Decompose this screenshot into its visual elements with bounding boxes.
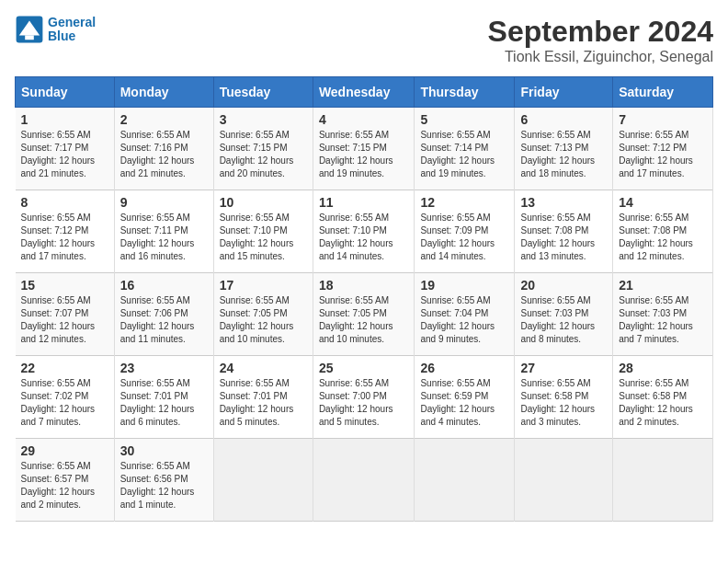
day-number: 16: [120, 278, 208, 293]
day-number: 23: [120, 361, 208, 375]
day-cell-3: 3Sunrise: 6:55 AMSunset: 7:15 PMDaylight…: [213, 108, 313, 190]
day-info: Sunrise: 6:55 AMSunset: 7:01 PMDaylight:…: [220, 377, 307, 429]
day-cell-30: 30Sunrise: 6:55 AMSunset: 6:56 PMDayligh…: [114, 439, 213, 522]
day-info: Sunrise: 6:55 AMSunset: 7:03 PMDaylight:…: [619, 294, 707, 346]
day-cell-6: 6Sunrise: 6:55 AMSunset: 7:13 PMDaylight…: [515, 108, 613, 190]
day-number: 6: [520, 112, 607, 127]
title-section: September 2024 Tionk Essil, Ziguinchor, …: [488, 15, 713, 65]
day-header-saturday: Saturday: [613, 77, 713, 108]
day-cell-22: 22Sunrise: 6:55 AMSunset: 7:02 PMDayligh…: [16, 356, 115, 439]
day-number: 20: [520, 278, 607, 293]
day-cell-17: 17Sunrise: 6:55 AMSunset: 7:05 PMDayligh…: [213, 273, 313, 356]
day-cell-20: 20Sunrise: 6:55 AMSunset: 7:03 PMDayligh…: [515, 273, 613, 356]
day-cell-9: 9Sunrise: 6:55 AMSunset: 7:11 PMDaylight…: [114, 190, 213, 273]
day-number: 3: [220, 112, 307, 127]
day-cell-23: 23Sunrise: 6:55 AMSunset: 7:01 PMDayligh…: [114, 356, 213, 439]
day-cell-10: 10Sunrise: 6:55 AMSunset: 7:10 PMDayligh…: [213, 190, 313, 273]
logo-icon: [15, 15, 44, 44]
day-info: Sunrise: 6:55 AMSunset: 7:16 PMDaylight:…: [120, 129, 208, 180]
empty-cell: [515, 439, 613, 522]
day-cell-26: 26Sunrise: 6:55 AMSunset: 6:59 PMDayligh…: [415, 356, 515, 439]
day-info: Sunrise: 6:55 AMSunset: 7:07 PMDaylight:…: [21, 294, 108, 346]
day-header-thursday: Thursday: [415, 77, 515, 108]
day-number: 4: [319, 112, 409, 127]
calendar-week-2: 8Sunrise: 6:55 AMSunset: 7:12 PMDaylight…: [16, 190, 713, 273]
day-cell-5: 5Sunrise: 6:55 AMSunset: 7:14 PMDaylight…: [415, 108, 515, 190]
day-info: Sunrise: 6:55 AMSunset: 7:08 PMDaylight:…: [619, 212, 707, 263]
day-info: Sunrise: 6:55 AMSunset: 6:57 PMDaylight:…: [21, 460, 108, 511]
day-number: 10: [220, 195, 307, 210]
day-info: Sunrise: 6:55 AMSunset: 7:05 PMDaylight:…: [220, 294, 307, 346]
day-number: 25: [319, 361, 409, 375]
day-number: 30: [120, 443, 208, 458]
svg-rect-2: [25, 35, 34, 40]
day-header-tuesday: Tuesday: [213, 77, 313, 108]
day-header-monday: Monday: [114, 77, 213, 108]
day-cell-13: 13Sunrise: 6:55 AMSunset: 7:08 PMDayligh…: [515, 190, 613, 273]
empty-cell: [613, 439, 713, 522]
day-number: 14: [619, 195, 707, 210]
day-number: 28: [619, 361, 707, 375]
day-number: 1: [21, 112, 108, 127]
day-info: Sunrise: 6:55 AMSunset: 7:12 PMDaylight:…: [21, 212, 108, 263]
day-number: 11: [319, 195, 409, 210]
day-cell-1: 1Sunrise: 6:55 AMSunset: 7:17 PMDaylight…: [16, 108, 115, 190]
day-info: Sunrise: 6:55 AMSunset: 6:58 PMDaylight:…: [619, 377, 707, 429]
day-header-friday: Friday: [515, 77, 613, 108]
calendar-week-1: 1Sunrise: 6:55 AMSunset: 7:17 PMDaylight…: [16, 108, 713, 190]
subtitle: Tionk Essil, Ziguinchor, Senegal: [488, 49, 713, 65]
calendar-week-4: 22Sunrise: 6:55 AMSunset: 7:02 PMDayligh…: [16, 356, 713, 439]
day-info: Sunrise: 6:55 AMSunset: 7:13 PMDaylight:…: [520, 129, 607, 180]
day-info: Sunrise: 6:55 AMSunset: 7:02 PMDaylight:…: [21, 377, 108, 429]
day-number: 17: [220, 278, 307, 293]
day-cell-28: 28Sunrise: 6:55 AMSunset: 6:58 PMDayligh…: [613, 356, 713, 439]
day-info: Sunrise: 6:55 AMSunset: 7:11 PMDaylight:…: [120, 212, 208, 263]
day-info: Sunrise: 6:55 AMSunset: 7:14 PMDaylight:…: [420, 129, 508, 180]
day-number: 5: [420, 112, 508, 127]
day-info: Sunrise: 6:55 AMSunset: 7:06 PMDaylight:…: [120, 294, 208, 346]
day-cell-14: 14Sunrise: 6:55 AMSunset: 7:08 PMDayligh…: [613, 190, 713, 273]
day-info: Sunrise: 6:55 AMSunset: 7:15 PMDaylight:…: [220, 129, 307, 180]
day-number: 24: [220, 361, 307, 375]
day-cell-4: 4Sunrise: 6:55 AMSunset: 7:15 PMDaylight…: [313, 108, 415, 190]
day-number: 22: [21, 361, 108, 375]
calendar-table: SundayMondayTuesdayWednesdayThursdayFrid…: [15, 76, 713, 522]
empty-cell: [415, 439, 515, 522]
logo: General Blue: [15, 15, 96, 44]
day-cell-21: 21Sunrise: 6:55 AMSunset: 7:03 PMDayligh…: [613, 273, 713, 356]
day-info: Sunrise: 6:55 AMSunset: 7:17 PMDaylight:…: [21, 129, 108, 180]
day-number: 12: [420, 195, 508, 210]
day-number: 29: [21, 443, 108, 458]
day-cell-25: 25Sunrise: 6:55 AMSunset: 7:00 PMDayligh…: [313, 356, 415, 439]
day-cell-12: 12Sunrise: 6:55 AMSunset: 7:09 PMDayligh…: [415, 190, 515, 273]
header-row: SundayMondayTuesdayWednesdayThursdayFrid…: [16, 77, 713, 108]
calendar-week-3: 15Sunrise: 6:55 AMSunset: 7:07 PMDayligh…: [16, 273, 713, 356]
day-number: 13: [520, 195, 607, 210]
day-info: Sunrise: 6:55 AMSunset: 7:10 PMDaylight:…: [319, 212, 409, 263]
day-cell-16: 16Sunrise: 6:55 AMSunset: 7:06 PMDayligh…: [114, 273, 213, 356]
day-number: 27: [520, 361, 607, 375]
day-info: Sunrise: 6:55 AMSunset: 7:04 PMDaylight:…: [420, 294, 508, 346]
day-cell-18: 18Sunrise: 6:55 AMSunset: 7:05 PMDayligh…: [313, 273, 415, 356]
day-cell-2: 2Sunrise: 6:55 AMSunset: 7:16 PMDaylight…: [114, 108, 213, 190]
day-info: Sunrise: 6:55 AMSunset: 7:00 PMDaylight:…: [319, 377, 409, 429]
day-info: Sunrise: 6:55 AMSunset: 6:58 PMDaylight:…: [520, 377, 607, 429]
day-number: 7: [619, 112, 707, 127]
day-number: 8: [21, 195, 108, 210]
day-cell-7: 7Sunrise: 6:55 AMSunset: 7:12 PMDaylight…: [613, 108, 713, 190]
day-cell-29: 29Sunrise: 6:55 AMSunset: 6:57 PMDayligh…: [16, 439, 115, 522]
day-info: Sunrise: 6:55 AMSunset: 6:59 PMDaylight:…: [420, 377, 508, 429]
day-info: Sunrise: 6:55 AMSunset: 7:01 PMDaylight:…: [120, 377, 208, 429]
day-cell-19: 19Sunrise: 6:55 AMSunset: 7:04 PMDayligh…: [415, 273, 515, 356]
day-number: 26: [420, 361, 508, 375]
empty-cell: [213, 439, 313, 522]
day-cell-8: 8Sunrise: 6:55 AMSunset: 7:12 PMDaylight…: [16, 190, 115, 273]
day-info: Sunrise: 6:55 AMSunset: 7:09 PMDaylight:…: [420, 212, 508, 263]
day-info: Sunrise: 6:55 AMSunset: 7:03 PMDaylight:…: [520, 294, 607, 346]
day-info: Sunrise: 6:55 AMSunset: 7:12 PMDaylight:…: [619, 129, 707, 180]
day-number: 15: [21, 278, 108, 293]
day-info: Sunrise: 6:55 AMSunset: 7:08 PMDaylight:…: [520, 212, 607, 263]
day-number: 18: [319, 278, 409, 293]
day-header-sunday: Sunday: [16, 77, 115, 108]
day-number: 19: [420, 278, 508, 293]
